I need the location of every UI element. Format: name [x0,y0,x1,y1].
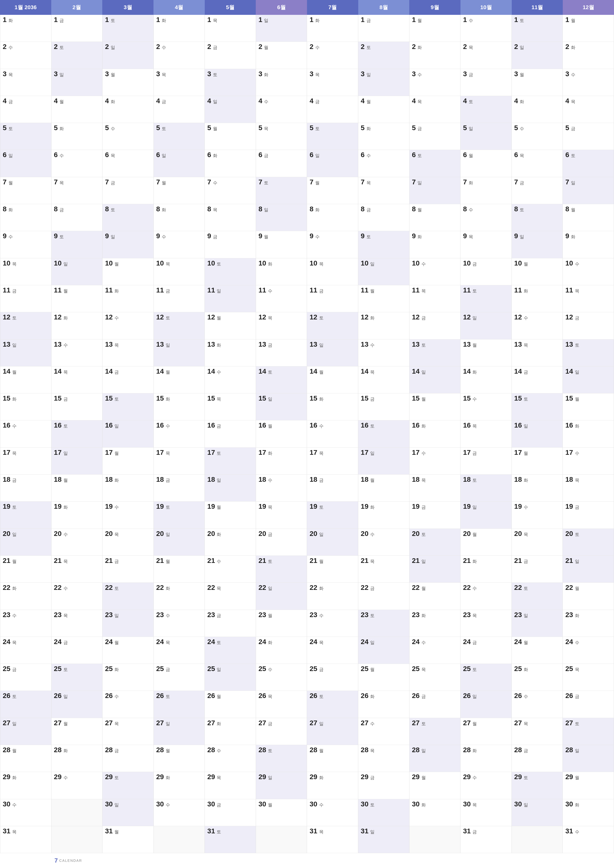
day-number: 28 [463,747,471,753]
day-name: 금 [12,288,17,294]
day-name: 금 [166,477,170,483]
day-row: 26수 [514,692,528,699]
day-number: 30 [207,801,215,808]
day-number: 5 [54,124,58,132]
day-cell: 4월 [51,96,103,123]
day-cell: 17월 [512,448,563,474]
day-number: 2 [54,43,58,50]
day-name: 목 [571,99,575,105]
day-row: 26토 [309,692,323,699]
day-cell: 16목 [460,420,511,447]
month-header-1: 1월 2036 [0,0,51,15]
day-name: 목 [268,315,272,321]
day-number: 18 [156,476,164,483]
day-cell: 9일 [103,231,154,258]
day-cell [512,826,563,853]
day-row: 3목 [156,71,166,78]
day-cell: 29월 [409,772,460,799]
day-number: 17 [54,449,62,456]
day-row: 24화 [258,639,272,646]
day-number: 27 [565,719,573,727]
day-cell [154,826,205,853]
day-number: 26 [565,692,573,699]
day-row: 15금 [54,395,68,402]
day-name: 금 [114,748,119,754]
day-name: 토 [421,532,426,538]
day-number: 10 [156,260,164,267]
day-name: 일 [162,153,166,159]
day-row: 13화 [207,341,221,348]
day-name: 화 [268,450,272,456]
day-row: 17화 [258,449,272,456]
day-row: 6일 [156,152,166,159]
day-name: 금 [473,261,477,267]
day-name: 목 [268,694,272,699]
day-cell: 30화 [563,799,614,826]
day-cell: 22화 [154,583,205,610]
day-row: 31목 [309,828,323,835]
day-cell: 9수 [307,231,358,258]
day-name: 일 [64,450,68,456]
day-row: 22수 [463,584,477,591]
day-cell: 16토 [358,420,409,447]
day-cell: 14일 [409,366,460,394]
day-number: 14 [463,368,471,375]
day-number: 3 [207,71,211,78]
day-row: 11금 [156,287,170,294]
day-number: 29 [463,773,471,780]
day-number: 18 [361,476,368,483]
day-cell: 10일 [51,258,103,285]
day-cell: 16월 [256,420,307,447]
day-row: 25토 [463,665,477,673]
day-cell: 31일 [358,826,409,853]
day-cell: 21토 [256,556,307,583]
day-cell: 27월 [51,718,103,745]
day-cell: 7화 [460,177,511,204]
day-name: 월 [166,558,170,564]
day-number: 27 [105,719,113,727]
day-name: 토 [268,748,272,754]
day-name: 목 [166,640,170,646]
day-row: 5목 [258,124,269,132]
day-number: 30 [3,801,10,808]
day-name: 수 [114,315,119,321]
day-cell: 13토 [409,339,460,366]
day-name: 수 [166,802,170,808]
day-name: 화 [114,477,119,483]
day-name: 금 [421,504,426,510]
day-cell: 20일 [307,529,358,556]
day-name: 금 [575,504,579,510]
day-number: 22 [309,584,317,591]
day-cell: 5화 [358,123,409,150]
day-number: 2 [3,43,7,50]
day-number: 29 [3,773,10,780]
day-name: 일 [315,153,320,159]
day-cell: 12금 [563,312,614,339]
day-row: 22일 [258,584,272,591]
day-name: 금 [8,99,13,105]
day-name: 수 [520,126,524,132]
day-number: 3 [3,71,7,78]
logo-number: 7 [54,857,58,864]
day-number: 22 [105,584,113,591]
day-name: 토 [370,423,375,429]
day-row: 13토 [412,341,426,348]
day-number: 18 [54,476,62,483]
day-cell: 25수 [256,664,307,691]
day-name: 일 [473,694,477,699]
day-row: 26일 [54,692,68,699]
day-name: 토 [217,640,221,646]
day-name: 화 [114,666,119,673]
day-row: 30일 [105,801,119,808]
day-row: 28화 [54,747,68,754]
day-name: 토 [217,450,221,456]
day-row: 31금 [463,828,477,835]
day-number: 31 [207,828,215,835]
day-number: 7 [309,179,314,186]
day-name: 수 [524,694,528,699]
day-cell: 23일 [512,610,563,637]
day-cell: 6수 [358,150,409,177]
day-cell: 26화 [358,691,409,718]
day-number: 23 [258,611,266,618]
day-row: 3월 [105,71,115,78]
